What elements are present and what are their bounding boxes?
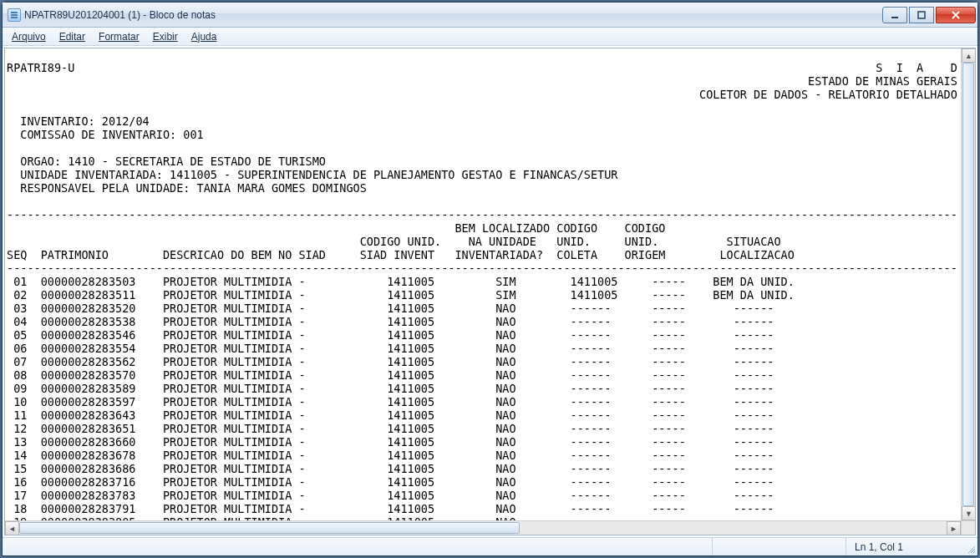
- horizontal-scroll-thumb[interactable]: [19, 522, 520, 534]
- scroll-left-button[interactable]: ◄: [5, 521, 19, 535]
- menu-ajuda[interactable]: Ajuda: [185, 29, 223, 44]
- minimize-button[interactable]: [882, 7, 907, 23]
- scroll-right-button[interactable]: ►: [947, 521, 961, 535]
- editor-viewport: RPATRI89-U S I A D: [4, 48, 976, 535]
- notepad-icon: [8, 8, 21, 22]
- vertical-scroll-thumb[interactable]: [962, 63, 974, 506]
- horizontal-scrollbar[interactable]: ◄ ►: [5, 520, 961, 535]
- scroll-down-button[interactable]: ▼: [962, 506, 976, 520]
- menu-arquivo-label: Arquivo: [12, 31, 46, 43]
- status-empty-cell: [712, 538, 845, 555]
- menu-editar-label: Editar: [59, 31, 85, 43]
- menu-editar[interactable]: Editar: [53, 29, 91, 44]
- menu-exibir[interactable]: Exibir: [147, 29, 184, 44]
- scroll-corner: [961, 520, 975, 535]
- titlebar[interactable]: NPATR89U201204001 (1) - Bloco de notas: [3, 3, 977, 28]
- scroll-up-button[interactable]: ▲: [962, 48, 976, 63]
- vertical-scroll-track[interactable]: [962, 63, 975, 506]
- menu-formatar-label: Formatar: [99, 31, 140, 43]
- svg-rect-0: [891, 17, 898, 18]
- menu-ajuda-label: Ajuda: [191, 31, 217, 43]
- text-content[interactable]: RPATRI89-U S I A D: [5, 60, 975, 524]
- menu-arquivo[interactable]: Arquivo: [6, 29, 52, 44]
- svg-rect-1: [918, 12, 925, 18]
- close-button[interactable]: [936, 7, 976, 23]
- menu-formatar[interactable]: Formatar: [93, 29, 145, 44]
- window-controls: [881, 7, 976, 23]
- menubar: Arquivo Editar Formatar Exibir Ajuda: [3, 28, 977, 46]
- status-lncol: Ln 1, Col 1: [845, 538, 962, 555]
- menu-exibir-label: Exibir: [153, 31, 178, 43]
- horizontal-scroll-track[interactable]: [19, 521, 947, 535]
- vertical-scrollbar[interactable]: ▲ ▼: [961, 48, 975, 520]
- statusbar: Ln 1, Col 1: [3, 537, 977, 555]
- maximize-button[interactable]: [909, 7, 934, 23]
- resize-grip[interactable]: [962, 538, 977, 555]
- window-title: NPATR89U201204001 (1) - Bloco de notas: [24, 9, 877, 21]
- notepad-window: NPATR89U201204001 (1) - Bloco de notas A…: [2, 2, 978, 556]
